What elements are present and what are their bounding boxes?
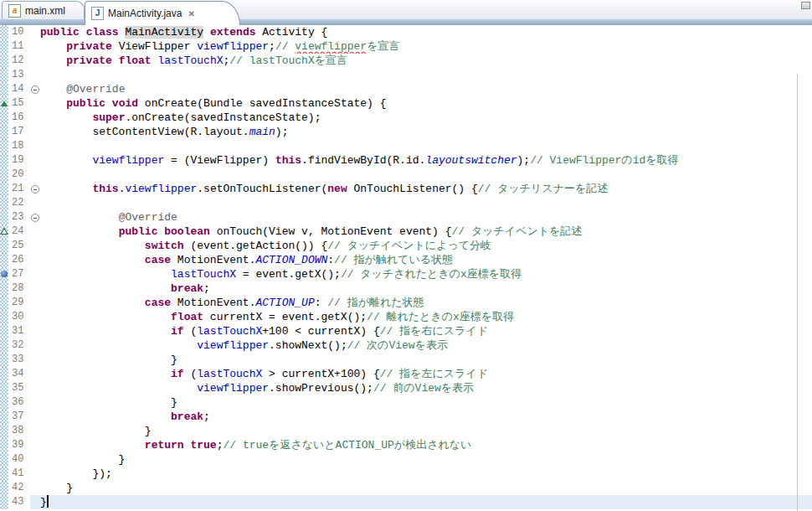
marker-bar-cell[interactable] (0, 324, 8, 338)
marker-bar-cell[interactable] (0, 125, 8, 139)
line-number[interactable]: 30 (8, 310, 30, 324)
code-text[interactable]: lastTouchX = event.getX();// タッチされたときのx座… (40, 267, 812, 281)
line-number[interactable]: 40 (8, 452, 30, 467)
code-line-31[interactable]: 31 if (lastTouchX+100 < currentX) {// 指を… (0, 324, 812, 338)
marker-bar-cell[interactable] (0, 225, 8, 239)
marker-bar-cell[interactable] (0, 139, 8, 153)
code-text[interactable]: switch (event.getAction()) {// タッチイベントによ… (40, 239, 812, 253)
code-line-41[interactable]: 41 }); (0, 467, 812, 481)
code-text[interactable]: viewflipper.showNext();// 次のViewを表示 (40, 338, 812, 353)
code-editor[interactable]: 10public class MainActivity extends Acti… (0, 25, 812, 509)
line-number[interactable]: 31 (8, 324, 30, 338)
code-line-36[interactable]: 36 } (0, 395, 812, 410)
fold-ruler-cell[interactable] (30, 182, 40, 196)
code-text[interactable]: break; (40, 281, 812, 296)
code-text[interactable]: viewflipper = (ViewFlipper) this.findVie… (40, 153, 812, 168)
marker-bar-cell[interactable] (0, 495, 8, 509)
line-number[interactable]: 27 (8, 267, 30, 281)
marker-bar-cell[interactable] (0, 424, 8, 438)
line-number[interactable]: 11 (8, 39, 30, 54)
code-text[interactable]: private float lastTouchX;// lastTouchXを宣… (40, 54, 812, 68)
fold-collapse-icon[interactable] (31, 85, 39, 94)
code-text[interactable]: }); (40, 467, 812, 481)
marker-bar-cell[interactable] (0, 68, 8, 82)
code-line-16[interactable]: 16 super.onCreate(savedInstanceState); (0, 111, 812, 125)
marker-bar-cell[interactable] (0, 353, 8, 367)
marker-bar-cell[interactable] (0, 182, 8, 196)
code-line-35[interactable]: 35 viewflipper.showPrevious();// 前のViewを… (0, 381, 812, 395)
code-line-22[interactable]: 22 (0, 196, 812, 210)
line-number[interactable]: 41 (8, 467, 30, 481)
code-line-34[interactable]: 34 if (lastTouchX > currentX+100) {// 指を… (0, 367, 812, 381)
line-number[interactable]: 18 (8, 139, 30, 153)
line-number[interactable]: 26 (8, 253, 30, 267)
marker-bar-cell[interactable] (0, 381, 8, 395)
code-line-14[interactable]: 14 @Override (0, 82, 812, 96)
marker-bar-cell[interactable] (0, 153, 8, 168)
code-text[interactable]: public class MainActivity extends Activi… (40, 25, 812, 39)
code-text[interactable]: public void onCreate(Bundle savedInstanc… (40, 96, 812, 111)
code-text[interactable]: if (lastTouchX > currentX+100) {// 指を左にス… (40, 367, 812, 381)
code-text[interactable]: case MotionEvent.ACTION_DOWN:// 指が触れている状… (40, 253, 812, 267)
marker-bar-cell[interactable] (0, 196, 8, 210)
line-number[interactable]: 43 (8, 495, 30, 509)
code-line-33[interactable]: 33 } (0, 353, 812, 367)
code-line-43[interactable]: 43} (0, 495, 812, 509)
line-number[interactable]: 35 (8, 381, 30, 395)
marker-bar-cell[interactable] (0, 310, 8, 324)
code-line-32[interactable]: 32 viewflipper.showNext();// 次のViewを表示 (0, 338, 812, 353)
line-number[interactable]: 10 (8, 25, 30, 39)
fold-ruler-cell[interactable] (30, 210, 40, 225)
code-text[interactable]: } (40, 424, 812, 438)
view-menu-icon[interactable] (801, 2, 810, 9)
code-line-12[interactable]: 12 private float lastTouchX;// lastTouch… (0, 54, 812, 68)
line-number[interactable]: 16 (8, 111, 30, 125)
code-text[interactable]: private ViewFlipper viewflipper;// viewf… (40, 39, 812, 54)
code-text[interactable]: float currentX = event.getX();// 離れたときのx… (40, 310, 812, 324)
code-text[interactable]: } (40, 495, 812, 509)
marker-bar-cell[interactable] (0, 267, 8, 281)
code-text[interactable] (40, 68, 812, 82)
marker-bar-cell[interactable] (0, 467, 8, 481)
line-number[interactable]: 12 (8, 54, 30, 68)
marker-bar-cell[interactable] (0, 96, 8, 111)
code-text[interactable]: @Override (40, 210, 812, 225)
marker-bar-cell[interactable] (0, 438, 8, 452)
marker-bar-cell[interactable] (0, 367, 8, 381)
marker-bar-cell[interactable] (0, 296, 8, 310)
fold-collapse-icon[interactable] (31, 185, 39, 194)
code-text[interactable] (40, 196, 812, 210)
code-line-13[interactable]: 13 (0, 68, 812, 82)
line-number[interactable]: 39 (8, 438, 30, 452)
code-text[interactable]: this.viewflipper.setOnTouchListener(new … (40, 182, 812, 196)
line-number[interactable]: 34 (8, 367, 30, 381)
code-text[interactable] (40, 139, 812, 153)
line-number[interactable]: 19 (8, 153, 30, 168)
code-line-18[interactable]: 18 (0, 139, 812, 153)
code-text[interactable]: public boolean onTouch(View v, MotionEve… (40, 225, 812, 239)
code-text[interactable]: } (40, 481, 812, 495)
marker-bar-cell[interactable] (0, 239, 8, 253)
marker-bar-cell[interactable] (0, 168, 8, 182)
code-line-29[interactable]: 29 case MotionEvent.ACTION_UP: // 指が離れた状… (0, 296, 812, 310)
code-text[interactable]: @Override (40, 82, 812, 96)
code-line-23[interactable]: 23 @Override (0, 210, 812, 225)
code-line-40[interactable]: 40 } (0, 452, 812, 467)
code-line-28[interactable]: 28 break; (0, 281, 812, 296)
code-text[interactable]: viewflipper.showPrevious();// 前のViewを表示 (40, 381, 812, 395)
code-text[interactable]: return true;// trueを返さないとACTION_UPが検出されな… (40, 438, 812, 452)
code-line-27[interactable]: 27 lastTouchX = event.getX();// タッチされたとき… (0, 267, 812, 281)
fold-collapse-icon[interactable] (31, 214, 39, 222)
fold-ruler-cell[interactable] (30, 82, 40, 96)
code-line-17[interactable]: 17 setContentView(R.layout.main); (0, 125, 812, 139)
line-number[interactable]: 25 (8, 239, 30, 253)
code-line-25[interactable]: 25 switch (event.getAction()) {// タッチイベン… (0, 239, 812, 253)
marker-bar-cell[interactable] (0, 25, 8, 39)
marker-bar-cell[interactable] (0, 210, 8, 225)
marker-bar-cell[interactable] (0, 481, 8, 495)
code-text[interactable]: break; (40, 410, 812, 424)
line-number[interactable]: 37 (8, 410, 30, 424)
marker-bar-cell[interactable] (0, 54, 8, 68)
code-line-30[interactable]: 30 float currentX = event.getX();// 離れたと… (0, 310, 812, 324)
close-icon[interactable]: ✕ (188, 9, 194, 18)
